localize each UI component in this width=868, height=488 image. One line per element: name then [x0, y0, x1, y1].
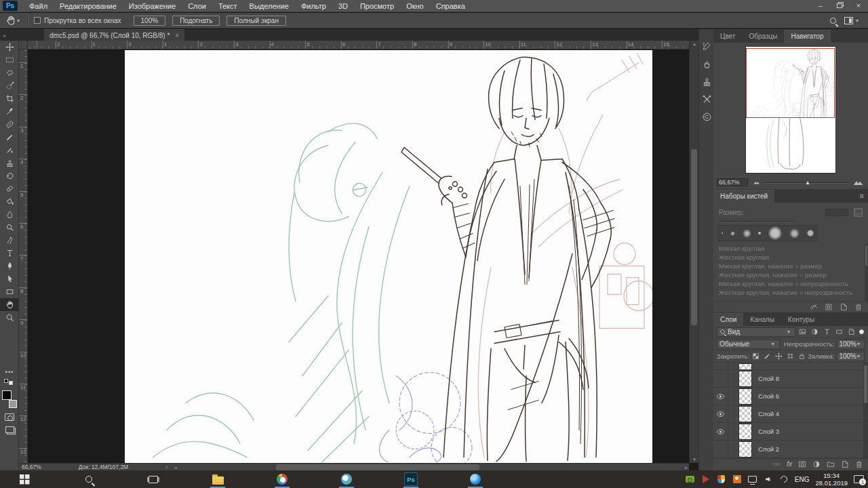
opacity-field[interactable]: 100%▾ — [837, 340, 865, 349]
edge-app[interactable] — [460, 470, 490, 488]
visibility-toggle[interactable] — [713, 370, 728, 387]
workspace-caret-icon[interactable]: ▾ — [856, 18, 859, 24]
brush-preview-dot[interactable] — [743, 229, 751, 238]
new-layer-icon[interactable] — [841, 460, 849, 468]
dodge-tool[interactable] — [0, 221, 19, 234]
menu-item[interactable]: Окно — [400, 0, 430, 12]
lock-position-icon[interactable] — [774, 352, 784, 361]
tab-overflow-icon[interactable]: » — [3, 33, 6, 39]
foreground-color-swatch[interactable] — [2, 390, 12, 400]
layer-style-icon[interactable]: fx — [787, 460, 792, 468]
lasso-tool[interactable] — [0, 66, 19, 79]
brush-size-field[interactable] — [825, 209, 848, 216]
visibility-toggle[interactable] — [713, 405, 728, 422]
brush-panel-menu-icon[interactable]: ≡ — [860, 192, 864, 200]
menu-item[interactable]: Файл — [23, 0, 54, 12]
canvas-document[interactable] — [125, 50, 652, 463]
fill-field[interactable]: 100%▾ — [837, 352, 865, 361]
blend-mode-select[interactable]: Обычные▾ — [717, 340, 780, 349]
layer-thumbnail[interactable] — [738, 371, 752, 387]
smudge-tool[interactable] — [0, 234, 19, 247]
clone-source-panel-icon[interactable] — [699, 73, 714, 90]
brush-preset-list[interactable]: Мягкая круглаяЖесткая круглаяМягкая круг… — [713, 244, 864, 301]
layer-thumbnail[interactable] — [738, 388, 752, 405]
scroll-up-icon[interactable]: ▴ — [690, 41, 699, 47]
delete-layer-icon[interactable] — [855, 460, 863, 468]
layer-name[interactable]: Слой 2 — [758, 445, 779, 453]
zoom-in-mountain-icon[interactable] — [853, 177, 864, 188]
link-layers-icon[interactable] — [772, 460, 781, 468]
clock[interactable]: 15:34 28.01.2019 — [815, 472, 848, 487]
filter-shape-layers-icon[interactable] — [834, 327, 844, 337]
file-explorer-app[interactable] — [203, 470, 233, 488]
task-view-button[interactable] — [138, 470, 168, 488]
navigator-zoom-slider[interactable]: ▲ — [764, 178, 849, 186]
lock-artboard-icon[interactable] — [785, 352, 795, 361]
zoom-tool[interactable] — [0, 311, 19, 324]
paint-bucket-tool[interactable] — [0, 195, 19, 208]
layer-name[interactable]: Слой 8 — [758, 375, 779, 382]
language-indicator[interactable]: ENG — [795, 476, 810, 483]
search-button[interactable] — [74, 470, 104, 488]
menu-item[interactable]: Редактирование — [54, 0, 123, 12]
menu-item[interactable]: Слои — [182, 0, 212, 12]
horizontal-ruler[interactable]: 210123456789101112131415 — [28, 41, 689, 49]
horizontal-scrollbar[interactable]: ◂ ▸ — [174, 464, 689, 470]
preview-toggle-icon[interactable] — [810, 303, 818, 311]
minimize-button[interactable]: – — [811, 0, 830, 12]
layers-scrollbar[interactable] — [863, 363, 868, 458]
navigator-thumbnail[interactable] — [746, 47, 835, 173]
brush-preset-item[interactable]: Мягкая круглая, нажатие = размер — [713, 262, 864, 270]
horizontal-scrollbar-thumb[interactable] — [276, 464, 479, 470]
blur-tool[interactable] — [0, 208, 19, 221]
history-brush-tool[interactable] — [0, 169, 19, 182]
foreground-background-swatches[interactable] — [2, 390, 17, 408]
filter-type-layers-icon[interactable] — [822, 327, 832, 337]
brush-presets-panel-icon[interactable] — [699, 37, 714, 55]
panel-tab[interactable]: Каналы — [743, 314, 781, 326]
healing-brush-tool[interactable] — [0, 118, 19, 131]
visibility-toggle[interactable] — [713, 423, 728, 440]
menu-item[interactable]: Текст — [212, 0, 243, 12]
filter-toggle[interactable] — [859, 329, 865, 335]
tool-presets-panel-icon[interactable] — [699, 55, 714, 73]
brush-preview-dot[interactable] — [730, 231, 735, 236]
restore-button[interactable] — [830, 0, 849, 12]
vertical-ruler[interactable]: 12345678910111213 — [19, 49, 28, 463]
adjustment-layer-icon[interactable] — [812, 460, 821, 468]
brush-preview-strip[interactable] — [717, 225, 818, 241]
filter-adjustment-layers-icon[interactable] — [810, 327, 820, 337]
visibility-toggle[interactable] — [713, 388, 728, 405]
screen-mode-icon[interactable] — [5, 426, 14, 433]
panel-tab[interactable]: Навигатор — [784, 30, 830, 43]
layer-thumbnail[interactable] — [738, 424, 752, 440]
brush-tool[interactable] — [0, 131, 19, 144]
brush-preset-item[interactable]: Жесткая круглая — [713, 253, 864, 262]
rect-marquee-tool[interactable] — [0, 54, 19, 66]
navigator-zoom-field[interactable]: 66,67% — [717, 178, 748, 186]
panel-tab[interactable]: Цвет — [713, 30, 742, 43]
zoom-out-mountain-icon[interactable] — [753, 179, 760, 186]
new-group-icon[interactable] — [827, 460, 835, 468]
hand-tool[interactable] — [0, 298, 19, 311]
panel-tab[interactable]: Контуры — [781, 314, 821, 326]
brush-preset-item[interactable]: Мягкая круглая — [713, 244, 864, 253]
path-selection-tool[interactable] — [0, 272, 19, 285]
filter-pixel-layers-icon[interactable] — [797, 327, 808, 337]
close-button[interactable]: × — [849, 0, 868, 12]
layer-name[interactable]: Слой 4 — [758, 410, 779, 418]
layer-row[interactable]: Слой 6 — [713, 388, 868, 405]
creative-cloud-panel-icon[interactable] — [699, 108, 714, 125]
mixer-brush-tool[interactable] — [0, 144, 19, 157]
preset-manager-icon[interactable] — [825, 303, 833, 311]
pressure-size-icon[interactable] — [854, 208, 863, 217]
messenger-tray-icon[interactable] — [732, 475, 742, 484]
nvidia-tray-icon[interactable] — [686, 475, 695, 484]
background-color-swatch[interactable] — [9, 400, 17, 408]
start-button[interactable] — [9, 470, 39, 488]
google-earth-app[interactable] — [332, 470, 361, 488]
layer-name[interactable]: Слой 3 — [758, 428, 779, 435]
link-tray-icon[interactable] — [779, 475, 789, 484]
panel-tab[interactable]: Слои — [713, 313, 743, 326]
brush-presets-tab[interactable]: Наборы кистей — [713, 190, 774, 203]
